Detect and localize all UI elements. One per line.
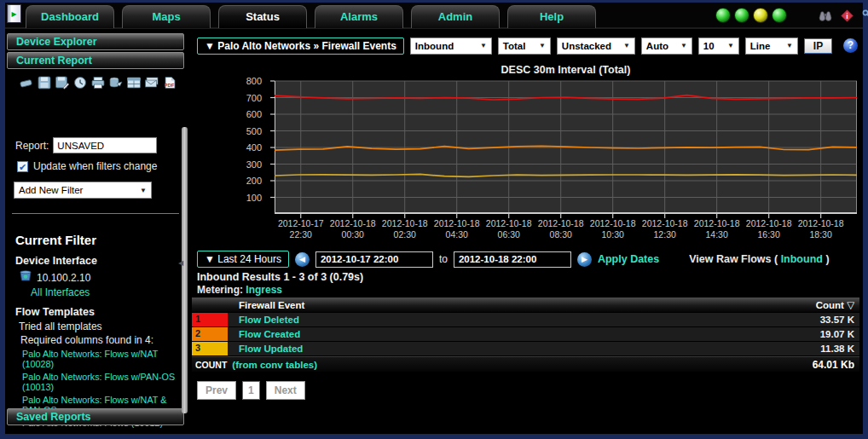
count-value: 33.57 K (820, 315, 859, 325)
pdf-icon[interactable]: PDF (162, 76, 177, 90)
next-period-button[interactable]: ▶ (577, 252, 592, 267)
chevron-down-icon: ▼ (623, 42, 630, 49)
data-source-value: Auto (646, 41, 668, 51)
y-tick-label: 100 (246, 193, 262, 203)
rate-total-select[interactable]: Total▼ (498, 38, 551, 55)
status-orb-green-2[interactable] (734, 8, 749, 23)
results-table: Firewall Event Count ▽ 1 Flow Deleted 33… (192, 297, 859, 372)
next-page-button[interactable]: Next (266, 381, 305, 400)
to-label: to (439, 253, 448, 265)
y-tick-label: 500 (246, 126, 262, 136)
event-link[interactable]: Flow Deleted (239, 315, 299, 325)
report-selector-button[interactable]: ▼ Palo Alto Networks » Firewall Events (197, 38, 404, 55)
y-tick-label: 600 (246, 109, 262, 119)
stack-mode-value: Unstacked (562, 41, 611, 51)
report-name-input[interactable] (53, 137, 157, 153)
chevron-down-icon: ▼ (140, 187, 147, 194)
prev-page-button[interactable]: Prev (197, 381, 236, 400)
sidebar-scrollbar[interactable]: ◀ (182, 127, 188, 413)
y-tick-label: 400 (246, 142, 262, 153)
table-header-row: Firewall Event Count ▽ (192, 297, 859, 313)
add-new-filter-value: Add New Filter (19, 185, 83, 195)
export-icon[interactable] (108, 76, 124, 90)
collapse-arrow-icon: ◀ (178, 259, 183, 267)
sidebar-divider (12, 213, 179, 214)
status-orb-green-1[interactable] (715, 8, 731, 23)
email-icon[interactable] (144, 76, 159, 90)
count-value: 11.38 K (820, 344, 859, 354)
update-filters-checkbox[interactable]: ✔ (17, 161, 28, 172)
table-row: 2 Flow Created 19.07 K (192, 327, 859, 342)
report-design-icon[interactable] (126, 76, 142, 90)
time-range-button[interactable]: ▼ Last 24 Hours (197, 251, 289, 268)
saved-reports-header[interactable]: Saved Reports (7, 408, 184, 425)
column-firewall-event: Firewall Event (239, 300, 304, 310)
save-as-icon[interactable] (55, 76, 70, 90)
all-interfaces-link[interactable]: All Interfaces (31, 286, 90, 298)
device-explorer-header[interactable]: Device Explorer (7, 33, 184, 50)
tab-dashboard[interactable]: Dashboard (26, 5, 114, 28)
y-tick-label: 300 (246, 159, 262, 170)
printer-icon[interactable] (90, 76, 106, 90)
graph-type-value: Line (750, 41, 771, 51)
template-link[interactable]: Palo Alto Networks: Flows w/NAT (10028) (22, 349, 188, 369)
template-link[interactable]: Palo Alto Networks: Flows w/PAN-OS (1001… (22, 372, 188, 392)
chevron-down-icon: ▼ (786, 42, 793, 49)
tab-help[interactable]: Help (507, 5, 596, 28)
chart-plot-area (275, 81, 857, 214)
status-orb-green-3[interactable] (772, 8, 787, 23)
event-link[interactable]: Flow Updated (239, 344, 303, 354)
end-date-input[interactable] (454, 251, 571, 268)
data-source-select[interactable]: Auto▼ (641, 38, 692, 55)
event-link[interactable]: Flow Created (239, 329, 300, 339)
table-row: 1 Flow Deleted 33.57 K (192, 313, 859, 327)
flow-templates-line2: Required columns found in 4: (20, 334, 153, 346)
tab-admin[interactable]: Admin (411, 5, 500, 28)
add-new-filter-select[interactable]: Add New Filter ▼ (14, 182, 152, 199)
sidebar: Device Explorer Current Report PDF Repor… (7, 32, 188, 432)
stack-mode-select[interactable]: Unstacked▼ (557, 38, 635, 55)
direction-select[interactable]: Inbound▼ (410, 38, 492, 55)
help-icon[interactable]: ? (843, 38, 858, 53)
flow-templates-line1: Tried all templates (19, 321, 102, 332)
rank-color-cell: 2 (192, 327, 228, 341)
keys-icon[interactable] (861, 9, 868, 26)
tab-alarms[interactable]: Alarms (315, 5, 403, 28)
page-1-button[interactable]: 1 (242, 381, 260, 400)
tab-maps[interactable]: Maps (122, 5, 211, 28)
footer-count-label: COUNT (192, 360, 227, 370)
raw-flows-suffix: ) (823, 253, 830, 265)
status-orb-yellow[interactable] (753, 8, 768, 23)
start-date-input[interactable] (315, 251, 433, 268)
prev-period-button[interactable]: ◀ (295, 252, 310, 267)
flow-templates-title: Flow Templates (15, 306, 95, 318)
device-icon (19, 270, 32, 286)
rank-color-cell: 1 (192, 313, 228, 326)
metering-ingress-link[interactable]: Ingress (246, 284, 282, 296)
metering-label: Metering: (197, 284, 246, 296)
rank-color-cell: 3 (192, 342, 228, 355)
schedule-icon[interactable] (72, 76, 88, 90)
save-icon[interactable] (37, 76, 52, 90)
metering-line: Metering: Ingress (197, 284, 282, 296)
rate-total-value: Total (503, 41, 526, 51)
chart-x-axis-labels: 2012-10-1722:302012-10-1800:302012-10-18… (275, 218, 857, 244)
sidebar-toggle-icon[interactable]: ▸ (7, 4, 21, 23)
raw-flows-inbound-link[interactable]: Inbound (781, 253, 823, 265)
row-count-select[interactable]: 10▼ (698, 38, 739, 55)
row-count-value: 10 (703, 41, 715, 51)
main-tabs: Dashboard Maps Status Alarms Admin Help (26, 5, 596, 28)
sort-desc-icon: ▽ (847, 300, 854, 310)
apply-dates-link[interactable]: Apply Dates (598, 253, 659, 265)
svg-text:i: i (846, 12, 848, 20)
ip-button[interactable]: IP (804, 38, 832, 54)
alert-diamond-icon[interactable]: i (840, 9, 854, 26)
device-interface-title: Device Interface (15, 255, 97, 267)
report-toolbar: PDF (19, 76, 177, 90)
graph-type-select[interactable]: Line▼ (745, 38, 798, 55)
eraser-icon[interactable] (19, 76, 34, 90)
binoculars-icon[interactable] (818, 10, 833, 26)
tab-status[interactable]: Status (218, 5, 307, 28)
column-count-sort[interactable]: Count ▽ (816, 299, 859, 311)
current-report-header[interactable]: Current Report (7, 52, 184, 69)
